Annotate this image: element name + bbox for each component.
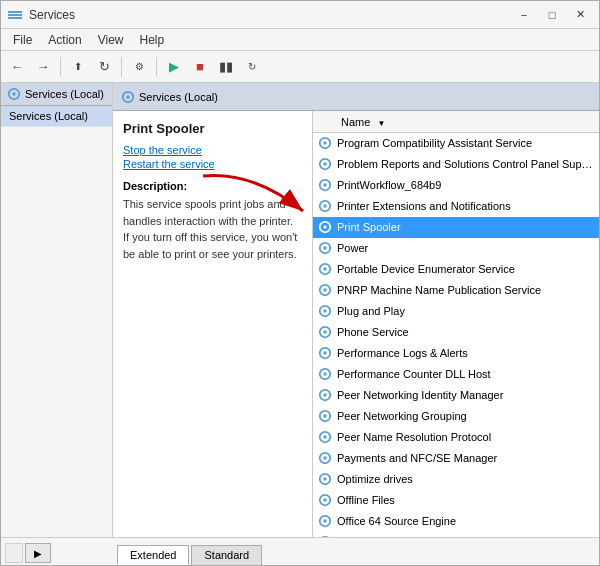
close-button[interactable]: ✕ xyxy=(567,5,593,25)
service-row[interactable]: Printer Extensions and Notifications xyxy=(313,196,599,217)
minimize-button[interactable]: − xyxy=(511,5,537,25)
service-icon xyxy=(317,513,333,529)
service-icon xyxy=(317,198,333,214)
service-row[interactable]: Offline Files xyxy=(313,490,599,511)
menu-help[interactable]: Help xyxy=(132,31,173,49)
svg-point-43 xyxy=(323,498,327,502)
stop-service-link[interactable]: Stop the service xyxy=(123,144,302,156)
menu-file[interactable]: File xyxy=(5,31,40,49)
svg-point-17 xyxy=(323,225,327,229)
service-icon xyxy=(317,240,333,256)
service-row[interactable]: Plug and Play xyxy=(313,301,599,322)
service-row[interactable]: Optimize drives xyxy=(313,469,599,490)
service-icon xyxy=(317,282,333,298)
service-row[interactable]: Peer Name Resolution Protocol xyxy=(313,427,599,448)
svg-point-11 xyxy=(323,162,327,166)
svg-point-4 xyxy=(12,92,16,96)
bottom-left: ▶ xyxy=(1,541,113,565)
restart-service-link[interactable]: Restart the service xyxy=(123,158,302,170)
right-header-text: Services (Local) xyxy=(139,91,218,103)
service-row[interactable]: Problem Reports and Solutions Control Pa… xyxy=(313,154,599,175)
back-button[interactable]: ← xyxy=(5,55,29,79)
svg-point-39 xyxy=(323,456,327,460)
refresh-button[interactable]: ↻ xyxy=(92,55,116,79)
svg-point-37 xyxy=(323,435,327,439)
svg-point-29 xyxy=(323,351,327,355)
svg-point-35 xyxy=(323,414,327,418)
service-row[interactable]: Phone Service xyxy=(313,322,599,343)
service-row[interactable]: Performance Logs & Alerts xyxy=(313,343,599,364)
forward-button[interactable]: → xyxy=(31,55,55,79)
name-column-header[interactable]: Name ▼ xyxy=(317,116,595,128)
right-header: Services (Local) xyxy=(113,83,599,111)
service-name: Peer Networking Identity Manager xyxy=(337,389,595,401)
service-name: Print Spooler xyxy=(337,221,595,233)
service-row[interactable]: PNRP Machine Name Publication Service xyxy=(313,280,599,301)
up-button[interactable]: ⬆ xyxy=(66,55,90,79)
service-row[interactable]: Office 64 Source Engine xyxy=(313,511,599,532)
stop-button[interactable]: ■ xyxy=(188,55,212,79)
menu-view[interactable]: View xyxy=(90,31,132,49)
tab-extended[interactable]: Extended xyxy=(117,545,189,565)
service-icon xyxy=(317,345,333,361)
service-icon xyxy=(317,324,333,340)
service-row[interactable]: Peer Networking Grouping xyxy=(313,406,599,427)
service-row[interactable]: Program Compatibility Assistant Service xyxy=(313,133,599,154)
svg-point-6 xyxy=(126,95,130,99)
service-icon xyxy=(317,177,333,193)
service-name: PNRP Machine Name Publication Service xyxy=(337,284,595,296)
settings-icon-button[interactable]: ⚙ xyxy=(127,55,151,79)
maximize-button[interactable]: □ xyxy=(539,5,565,25)
service-name: Program Compatibility Assistant Service xyxy=(337,137,595,149)
service-row[interactable]: Performance Counter DLL Host xyxy=(313,364,599,385)
bottom-button[interactable] xyxy=(5,543,23,563)
svg-rect-2 xyxy=(8,17,22,19)
service-row[interactable]: Peer Networking Identity Manager xyxy=(313,385,599,406)
left-nav-item-label: Services (Local) xyxy=(9,110,88,122)
left-nav-item-services-local[interactable]: Services (Local) xyxy=(1,106,112,127)
svg-point-9 xyxy=(323,141,327,145)
service-name: Power xyxy=(337,242,595,254)
services-nav-icon xyxy=(7,87,21,101)
service-name: Portable Device Enumerator Service xyxy=(337,263,595,275)
svg-point-25 xyxy=(323,309,327,313)
service-icon xyxy=(317,366,333,382)
toolbar-separator-2 xyxy=(121,57,122,77)
bottom-button-right[interactable]: ▶ xyxy=(25,543,51,563)
svg-point-45 xyxy=(323,519,327,523)
detail-pane: Print Spooler Stop the service Restart t… xyxy=(113,111,313,537)
pause-button[interactable]: ▮▮ xyxy=(214,55,238,79)
play-button[interactable]: ▶ xyxy=(162,55,186,79)
service-icon xyxy=(317,135,333,151)
svg-point-23 xyxy=(323,288,327,292)
service-name: Payments and NFC/SE Manager xyxy=(337,452,595,464)
service-name: Phone Service xyxy=(337,326,595,338)
service-name: Printer Extensions and Notifications xyxy=(337,200,595,212)
description-label: Description: xyxy=(123,180,302,192)
services-window: Services − □ ✕ File Action View Help ← →… xyxy=(0,0,600,566)
toolbar: ← → ⬆ ↻ ⚙ ▶ ■ ▮▮ ↻ xyxy=(1,51,599,83)
service-row[interactable]: Power xyxy=(313,238,599,259)
tab-standard[interactable]: Standard xyxy=(191,545,262,565)
service-row[interactable]: Payments and NFC/SE Manager xyxy=(313,448,599,469)
service-icon xyxy=(317,387,333,403)
right-panel: Services (Local) Print Spooler Stop the … xyxy=(113,83,599,537)
toolbar-separator-1 xyxy=(60,57,61,77)
svg-point-21 xyxy=(323,267,327,271)
service-name: Offline Files xyxy=(337,494,595,506)
service-list-header[interactable]: Name ▼ xyxy=(313,111,599,133)
toolbar-separator-3 xyxy=(156,57,157,77)
tab-bar: Extended Standard xyxy=(113,545,264,565)
service-row[interactable]: PrintWorkflow_684b9 xyxy=(313,175,599,196)
restart-button[interactable]: ↻ xyxy=(240,55,264,79)
svg-point-27 xyxy=(323,330,327,334)
service-name: Office 64 Source Engine xyxy=(337,515,595,527)
service-icon xyxy=(317,471,333,487)
menu-action[interactable]: Action xyxy=(40,31,89,49)
menu-bar: File Action View Help xyxy=(1,29,599,51)
description-text: This service spools print jobs and handl… xyxy=(123,196,302,262)
svg-rect-0 xyxy=(8,11,22,13)
service-row[interactable]: Print Spooler xyxy=(313,217,599,238)
service-list-scroll[interactable]: Program Compatibility Assistant ServiceP… xyxy=(313,133,599,537)
service-row[interactable]: Portable Device Enumerator Service xyxy=(313,259,599,280)
